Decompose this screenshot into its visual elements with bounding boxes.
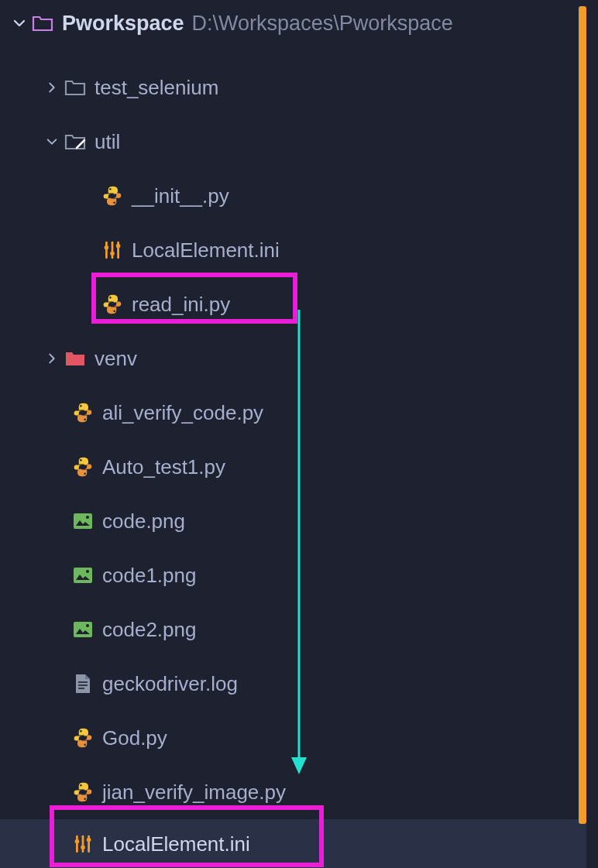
svg-point-1 bbox=[113, 202, 115, 204]
svg-point-12 bbox=[80, 459, 81, 461]
item-label: God.py bbox=[102, 726, 167, 750]
image-icon bbox=[71, 509, 95, 533]
tree-item-auto-test1[interactable]: Auto_test1.py bbox=[0, 440, 586, 494]
tree-root-row[interactable]: Pworkspace D:\Workspaces\Pworkspace bbox=[0, 0, 586, 46]
settings-sliders-icon bbox=[71, 832, 95, 856]
tree-item-read-ini[interactable]: read_ini.py bbox=[0, 277, 586, 331]
item-label: jian_verify_image.py bbox=[102, 781, 286, 805]
item-label: LocalElement.ini bbox=[132, 238, 280, 262]
python-icon bbox=[101, 293, 124, 316]
tree-item-venv[interactable]: venv bbox=[0, 331, 586, 386]
scrollbar[interactable] bbox=[579, 6, 586, 824]
settings-sliders-icon bbox=[101, 238, 124, 262]
item-label: test_selenium bbox=[95, 76, 218, 100]
folder-library-icon bbox=[64, 347, 87, 370]
tree-item-jian-verify[interactable]: jian_verify_image.py bbox=[0, 765, 586, 819]
svg-point-0 bbox=[109, 188, 111, 190]
svg-rect-33 bbox=[75, 840, 79, 843]
python-icon bbox=[71, 401, 95, 424]
svg-point-16 bbox=[86, 516, 89, 519]
python-icon bbox=[71, 726, 95, 750]
tree-item-ali-verify[interactable]: ali_verify_code.py bbox=[0, 386, 586, 440]
item-label: ali_verify_code.py bbox=[102, 401, 263, 425]
python-icon bbox=[71, 781, 95, 804]
item-label: geckodriver.log bbox=[102, 672, 238, 696]
chevron-right-icon bbox=[40, 352, 64, 365]
tree-item-localelement-ini[interactable]: LocalElement.ini bbox=[0, 223, 586, 277]
image-icon bbox=[71, 618, 95, 641]
item-label: util bbox=[95, 130, 120, 154]
svg-point-9 bbox=[113, 310, 115, 312]
item-label: read_ini.py bbox=[132, 293, 230, 317]
file-tree-panel: Pworkspace D:\Workspaces\Pworkspace test… bbox=[0, 0, 586, 868]
item-label: code.png bbox=[102, 509, 185, 533]
svg-rect-34 bbox=[81, 846, 84, 849]
svg-point-28 bbox=[80, 784, 81, 786]
tree-item-util[interactable]: util bbox=[0, 115, 586, 169]
item-label: code2.png bbox=[102, 618, 196, 642]
root-name: Pworkspace bbox=[62, 12, 184, 36]
python-package-folder-icon bbox=[64, 130, 87, 153]
text-file-icon bbox=[71, 672, 95, 695]
tree-item-code1-png[interactable]: code1.png bbox=[0, 548, 586, 602]
tree-item-test-selenium[interactable]: test_selenium bbox=[0, 60, 586, 115]
svg-rect-5 bbox=[105, 246, 108, 249]
svg-point-22 bbox=[86, 624, 89, 627]
tree-item-god-py[interactable]: God.py bbox=[0, 711, 586, 765]
image-icon bbox=[71, 564, 95, 587]
item-label: __init__.py bbox=[132, 184, 229, 208]
svg-point-29 bbox=[84, 798, 85, 800]
svg-point-26 bbox=[80, 730, 81, 732]
svg-rect-20 bbox=[74, 622, 92, 637]
root-path: D:\Workspaces\Pworkspace bbox=[192, 12, 453, 36]
svg-point-27 bbox=[84, 744, 85, 746]
folder-icon bbox=[64, 76, 87, 99]
item-label: Auto_test1.py bbox=[102, 455, 225, 479]
tree-item-localelement-root[interactable]: LocalElement.ini bbox=[0, 819, 586, 868]
svg-point-8 bbox=[109, 297, 111, 298]
item-label: venv bbox=[95, 347, 137, 371]
chevron-down-icon bbox=[8, 16, 31, 30]
svg-point-11 bbox=[84, 419, 85, 420]
svg-point-19 bbox=[86, 570, 89, 573]
item-label: LocalElement.ini bbox=[102, 832, 250, 856]
tree-item-init[interactable]: __init__.py bbox=[0, 169, 586, 223]
python-icon bbox=[71, 455, 95, 479]
python-icon bbox=[101, 184, 124, 208]
folder-icon bbox=[31, 12, 54, 35]
svg-point-10 bbox=[80, 405, 81, 407]
item-label: code1.png bbox=[102, 564, 196, 588]
chevron-right-icon bbox=[40, 81, 64, 94]
chevron-down-icon bbox=[40, 136, 64, 148]
svg-rect-35 bbox=[87, 838, 91, 841]
tree-item-code2-png[interactable]: code2.png bbox=[0, 602, 586, 657]
svg-point-13 bbox=[84, 473, 85, 475]
tree-item-geckodriver-log[interactable]: geckodriver.log bbox=[0, 657, 586, 711]
svg-rect-17 bbox=[74, 568, 92, 583]
svg-rect-14 bbox=[74, 513, 92, 529]
tree-item-code-png[interactable]: code.png bbox=[0, 494, 586, 548]
svg-rect-7 bbox=[116, 244, 120, 247]
svg-rect-6 bbox=[110, 252, 114, 255]
